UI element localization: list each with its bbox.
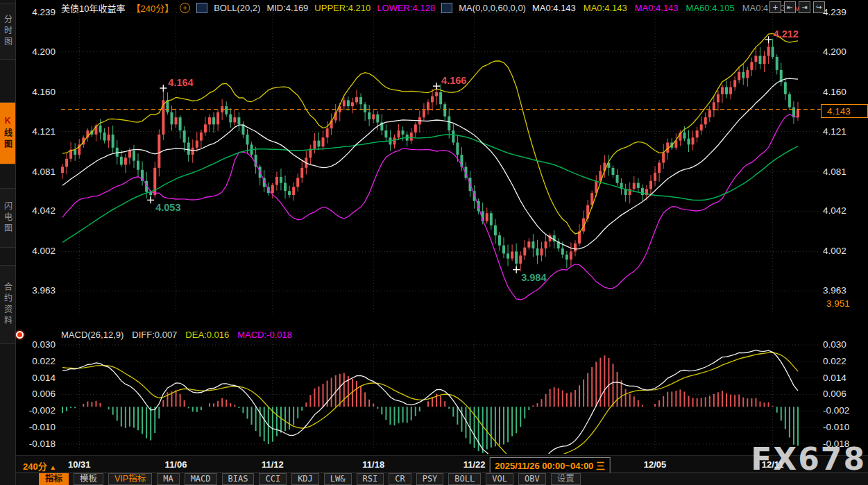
svg-text:0.022: 0.022 [32, 356, 56, 366]
xaxis-date-label: 11/18 [362, 459, 384, 470]
sidebar-tab-2[interactable]: K线图 [0, 102, 15, 164]
svg-text:4.002: 4.002 [823, 246, 846, 256]
svg-text:4.042: 4.042 [32, 205, 56, 216]
svg-text:4.002: 4.002 [32, 246, 56, 256]
svg-text:4.239: 4.239 [32, 7, 56, 17]
left-sidebar: 分时图K线图闪电图合约资料 [0, 0, 16, 485]
ma-params-label: MA(0,0,0,60,0,0) [459, 3, 526, 13]
svg-text:-0.018: -0.018 [29, 439, 56, 449]
boll-lower-value: LOWER:4.128 [377, 3, 435, 13]
toolbar-button-MA[interactable]: MA [157, 473, 179, 485]
price-annotations: 4.0534.1644.1663.9844.212 [147, 28, 799, 282]
scale-low-badge: 3.951 [821, 298, 868, 309]
svg-text:-0.010: -0.010 [29, 422, 56, 432]
xaxis-date-label: 10/31 [68, 459, 91, 470]
svg-text:4.200: 4.200 [32, 46, 56, 57]
y-axis-labels: 4.2394.2394.2004.2004.1604.1604.1214.121… [29, 7, 850, 449]
svg-text:3.963: 3.963 [32, 285, 56, 296]
ma-value-3: MA0:4.143 [635, 3, 679, 13]
svg-text:0.030: 0.030 [823, 339, 846, 350]
toolbar-button-设置[interactable]: 设置 [551, 473, 581, 485]
toolbar-button-PSY[interactable]: PSY [416, 473, 444, 485]
chart-header: 美债10年收益率 【240分】 + BOLL(20,2) MID:4.169 U… [61, 2, 807, 13]
svg-text:4.081: 4.081 [823, 167, 846, 177]
svg-text:4.200: 4.200 [823, 46, 846, 57]
toolbar-button-RSI[interactable]: RSI [357, 473, 384, 485]
svg-text:0.006: 0.006 [32, 389, 56, 399]
interval-selector[interactable]: 240分 ▲ [23, 459, 56, 473]
toolbar-button-BIAS[interactable]: BIAS [222, 473, 255, 485]
ma-indicator-icon[interactable] [441, 3, 452, 13]
exit-chart-icon[interactable]: ↪ [813, 1, 825, 13]
chart-tools: +⇤⇥↪ [769, 1, 825, 13]
svg-text:4.121: 4.121 [32, 126, 56, 137]
ma-values: MA0:4.143MA0:4.143MA0:4.143MA60:4.105MA0… [532, 3, 807, 13]
interval-badge: 【240分】 [131, 1, 173, 15]
svg-text:0.006: 0.006 [823, 389, 846, 399]
svg-text:-0.010: -0.010 [823, 422, 849, 432]
toolbar-button-OBV[interactable]: OBV [518, 473, 546, 485]
scale-right-icon[interactable]: ⇥ [799, 1, 810, 13]
price-chart-canvas[interactable]: 4.0534.1644.1663.9844.2124.2394.2394.200… [0, 0, 868, 485]
svg-text:4.160: 4.160 [823, 87, 846, 97]
hover-time-tooltip: 2025/11/26 00:00~04:00 三 [489, 457, 611, 473]
ma-value-4: MA60:4.105 [686, 3, 735, 13]
record-indicator-icon [17, 332, 22, 337]
svg-text:4.160: 4.160 [32, 87, 56, 97]
svg-text:0.014: 0.014 [823, 373, 846, 383]
sidebar-tab-1[interactable]: 分时图 [0, 3, 15, 60]
svg-text:4.042: 4.042 [823, 205, 846, 216]
svg-text:4.166: 4.166 [441, 75, 466, 86]
toolbar-button-MACD[interactable]: MACD [185, 473, 217, 485]
toolbar-button-VIP指标[interactable]: VIP指标 [108, 473, 152, 485]
indicator-toolbar: 指标模板VIP指标MAMACDBIASCCIKDJLW&RSICRPSYBOLL… [0, 473, 868, 485]
scale-left-icon[interactable]: ⇤ [784, 1, 796, 13]
toolbar-button-LW&[interactable]: LW& [324, 473, 352, 485]
macd-params-label: MACD(26,12,9) [61, 330, 124, 341]
svg-text:4.164: 4.164 [168, 77, 193, 88]
sidebar-tab-4[interactable]: 合约资料 [0, 265, 15, 344]
toolbar-button-CR[interactable]: CR [389, 473, 411, 485]
toolbar-button-指标[interactable]: 指标 [39, 473, 69, 485]
svg-text:3.984: 3.984 [521, 272, 546, 283]
toolbar-button-BOLL[interactable]: BOLL [448, 473, 481, 485]
macd-header: MACD(26,12,9) DIFF:0.007 DEA:0.016 MACD:… [61, 330, 292, 341]
overlay-lines [62, 33, 798, 300]
grid [60, 8, 819, 452]
boll-mid-value: MID:4.169 [266, 3, 308, 13]
macd-diff-value: DIFF:0.007 [132, 330, 177, 341]
svg-text:0.022: 0.022 [823, 356, 846, 366]
boll-upper-value: UPPER:4.210 [314, 3, 371, 13]
svg-text:4.053: 4.053 [155, 202, 180, 213]
xaxis-date-label: 11/22 [463, 459, 486, 470]
fx678-watermark: FX678 [751, 441, 866, 477]
crosshair-icon[interactable]: + [769, 1, 781, 13]
boll-indicator-icon[interactable] [196, 3, 207, 13]
svg-text:-0.002: -0.002 [29, 405, 56, 416]
svg-text:-0.002: -0.002 [823, 405, 849, 416]
add-indicator-icon[interactable]: + [180, 3, 190, 13]
ma-value-1: MA0:4.143 [532, 3, 576, 13]
toolbar-button-VOL[interactable]: VOL [486, 473, 513, 485]
xaxis-strip: 240分 ▲ 10/3111/0611/1211/1811/2212/0512/… [0, 455, 868, 473]
toolbar-button-CCI[interactable]: CCI [259, 473, 287, 485]
svg-text:4.212: 4.212 [774, 28, 799, 40]
macd-hist-value: MACD:-0.018 [237, 330, 292, 341]
svg-text:0.030: 0.030 [32, 339, 56, 350]
toolbar-button-KDJ[interactable]: KDJ [291, 473, 319, 485]
svg-text:4.239: 4.239 [823, 7, 846, 17]
svg-text:4.081: 4.081 [32, 167, 56, 177]
xaxis-date-label: 11/06 [165, 459, 187, 470]
toolbar-button-模板[interactable]: 模板 [74, 473, 103, 485]
ma-value-2: MA0:4.143 [584, 3, 627, 13]
svg-text:4.121: 4.121 [823, 126, 846, 137]
symbol-title: 美债10年收益率 [61, 1, 125, 15]
svg-text:0.014: 0.014 [32, 373, 56, 383]
current-price-badge: 4.143 [821, 104, 868, 118]
svg-text:3.963: 3.963 [823, 285, 846, 296]
boll-label: BOLL(20,2) [214, 3, 260, 13]
sidebar-tab-3[interactable]: 闪电图 [0, 188, 15, 248]
xaxis-date-label: 12/05 [644, 459, 667, 470]
macd-dea-value: DEA:0.016 [185, 330, 229, 341]
trading-app-window: 4.0534.1644.1663.9844.2124.2394.2394.200… [0, 0, 868, 485]
